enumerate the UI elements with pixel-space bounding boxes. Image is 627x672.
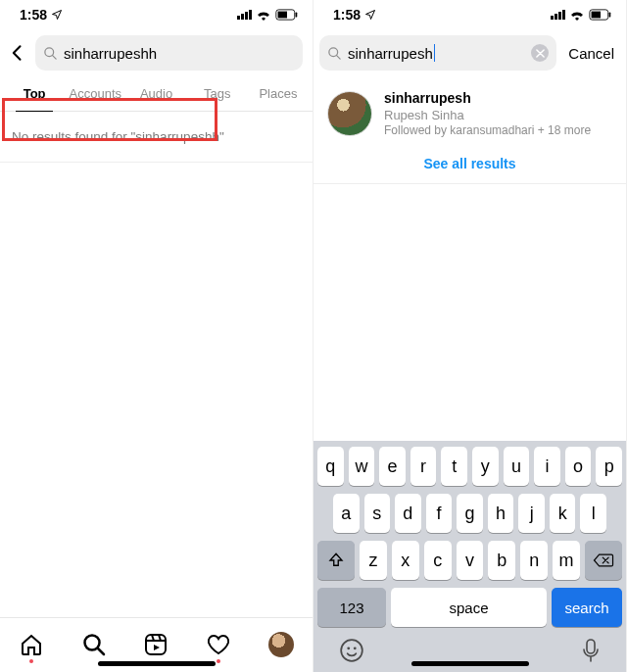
svg-rect-7 xyxy=(146,635,166,654)
key-t[interactable]: t xyxy=(441,447,467,486)
search-input[interactable]: sinharrupesh xyxy=(348,45,433,62)
chevron-left-icon xyxy=(8,43,27,63)
avatar xyxy=(327,91,372,136)
emoji-button[interactable] xyxy=(339,638,364,669)
battery-icon xyxy=(275,9,299,21)
key-b[interactable]: b xyxy=(488,541,515,580)
key-g[interactable]: g xyxy=(457,494,483,533)
key-w[interactable]: w xyxy=(349,447,375,486)
tab-tags[interactable]: Tags xyxy=(187,78,248,111)
key-i[interactable]: i xyxy=(534,447,560,486)
no-results-text: No results found for "sinharrupeshh" xyxy=(12,129,301,144)
emoji-icon xyxy=(339,638,364,663)
svg-point-17 xyxy=(347,647,350,649)
search-header xyxy=(0,29,313,78)
search-icon xyxy=(327,46,342,61)
nav-profile[interactable] xyxy=(268,632,294,657)
key-x[interactable]: x xyxy=(392,541,419,580)
key-space[interactable]: space xyxy=(391,588,547,627)
svg-rect-2 xyxy=(296,12,298,17)
svg-point-16 xyxy=(341,640,362,661)
key-j[interactable]: j xyxy=(518,494,545,533)
see-all-results[interactable]: See all results xyxy=(314,142,626,184)
key-q[interactable]: q xyxy=(317,447,344,486)
phone-left: 1:58 Top Accounts Audio Tags Places No r… xyxy=(0,0,314,672)
dictation-button[interactable] xyxy=(581,638,601,669)
key-f[interactable]: f xyxy=(426,494,453,533)
result-fullname: Rupesh Sinha xyxy=(384,108,591,123)
svg-line-6 xyxy=(98,648,104,654)
nav-activity[interactable] xyxy=(206,632,231,657)
nav-home[interactable] xyxy=(19,632,44,657)
key-numbers[interactable]: 123 xyxy=(317,588,386,627)
no-results-area: No results found for "sinharrupeshh" xyxy=(0,112,313,163)
nav-reels[interactable] xyxy=(143,632,169,657)
search-result[interactable]: sinharrupesh Rupesh Sinha Followed by ka… xyxy=(314,78,626,142)
avatar xyxy=(268,632,294,657)
svg-rect-12 xyxy=(592,12,601,19)
svg-rect-1 xyxy=(278,12,287,19)
key-r[interactable]: r xyxy=(410,447,437,486)
search-box[interactable]: sinharrupesh xyxy=(319,35,556,71)
key-d[interactable]: d xyxy=(395,494,421,533)
home-icon xyxy=(20,633,43,656)
key-backspace[interactable] xyxy=(585,541,622,580)
search-input[interactable] xyxy=(64,45,295,62)
reels-icon xyxy=(144,633,168,656)
key-n[interactable]: n xyxy=(520,541,548,580)
key-o[interactable]: o xyxy=(565,447,592,486)
key-c[interactable]: c xyxy=(424,541,452,580)
keyboard-row-3: z x c v b n m xyxy=(317,541,622,580)
status-time: 1:58 xyxy=(20,7,47,23)
notification-dot xyxy=(217,659,220,663)
svg-rect-13 xyxy=(609,12,611,17)
tab-accounts[interactable]: Accounts xyxy=(65,78,125,111)
svg-line-4 xyxy=(52,55,56,59)
key-l[interactable]: l xyxy=(580,494,606,533)
wifi-icon xyxy=(569,9,585,21)
keyboard-row-2: a s d f g h j k l xyxy=(317,494,622,533)
heart-icon xyxy=(207,633,230,656)
cancel-button[interactable]: Cancel xyxy=(562,45,616,62)
search-header: sinharrupesh Cancel xyxy=(314,29,626,78)
home-indicator xyxy=(411,661,529,666)
shift-icon xyxy=(327,552,345,569)
tab-top[interactable]: Top xyxy=(4,78,65,111)
text-cursor xyxy=(434,44,436,62)
search-icon xyxy=(82,633,106,656)
battery-icon xyxy=(589,9,612,21)
key-u[interactable]: u xyxy=(504,447,530,486)
key-s[interactable]: s xyxy=(364,494,391,533)
key-y[interactable]: y xyxy=(472,447,499,486)
home-indicator xyxy=(98,661,216,666)
search-box[interactable] xyxy=(35,35,303,71)
svg-line-15 xyxy=(336,55,340,59)
keyboard-row-4: 123 space search xyxy=(317,588,622,627)
key-h[interactable]: h xyxy=(488,494,514,533)
svg-point-18 xyxy=(354,647,357,649)
key-search[interactable]: search xyxy=(552,588,622,627)
search-icon xyxy=(43,46,58,61)
location-icon xyxy=(51,9,63,21)
back-button[interactable] xyxy=(6,41,29,65)
status-bar: 1:58 xyxy=(314,0,626,29)
notification-dot xyxy=(29,659,33,663)
result-followed-by: Followed by karansumadhari + 18 more xyxy=(384,123,591,138)
backspace-icon xyxy=(593,552,614,569)
key-shift[interactable] xyxy=(317,541,355,580)
key-v[interactable]: v xyxy=(457,541,484,580)
cell-signal-icon xyxy=(237,10,252,20)
tab-places[interactable]: Places xyxy=(248,78,309,111)
key-p[interactable]: p xyxy=(596,447,622,486)
key-z[interactable]: z xyxy=(360,541,387,580)
tab-audio[interactable]: Audio xyxy=(125,78,186,111)
key-e[interactable]: e xyxy=(379,447,406,486)
clear-search-button[interactable] xyxy=(531,44,549,62)
result-username: sinharrupesh xyxy=(384,90,591,108)
mic-icon xyxy=(581,638,601,663)
key-a[interactable]: a xyxy=(333,494,360,533)
close-icon xyxy=(536,49,545,58)
key-m[interactable]: m xyxy=(553,541,580,580)
nav-search[interactable] xyxy=(81,632,107,657)
key-k[interactable]: k xyxy=(550,494,576,533)
